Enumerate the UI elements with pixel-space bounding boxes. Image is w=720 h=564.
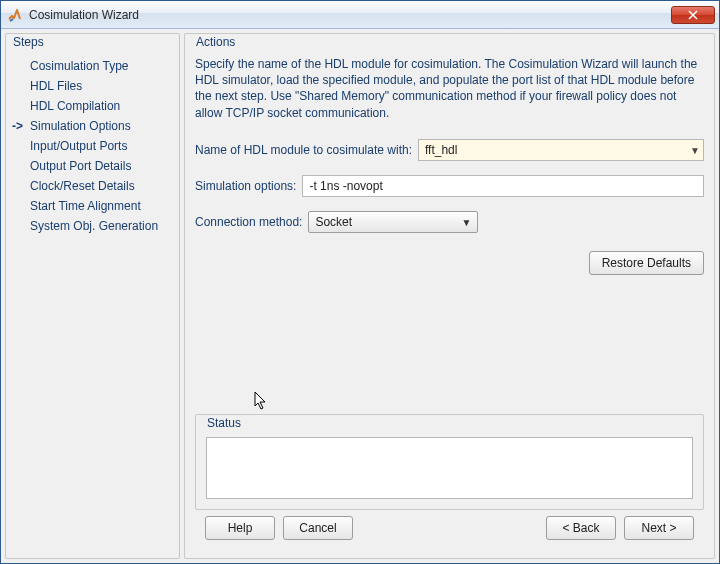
step-label: Input/Output Ports — [30, 139, 127, 153]
step-label: Simulation Options — [30, 119, 131, 133]
cancel-button[interactable]: Cancel — [283, 516, 353, 540]
next-button[interactable]: Next > — [624, 516, 694, 540]
step-item[interactable]: Cosimulation Type — [12, 56, 173, 76]
wizard-window: Cosimulation Wizard Steps Cosimulation T… — [0, 0, 720, 564]
steps-list: Cosimulation TypeHDL FilesHDL Compilatio… — [12, 56, 173, 236]
actions-panel: Actions Specify the name of the HDL modu… — [184, 33, 715, 559]
steps-title: Steps — [10, 35, 47, 49]
step-item[interactable]: Start Time Alignment — [12, 196, 173, 216]
back-button[interactable]: < Back — [546, 516, 616, 540]
steps-panel: Steps Cosimulation TypeHDL FilesHDL Comp… — [5, 33, 180, 559]
step-item[interactable]: System Obj. Generation — [12, 216, 173, 236]
close-button[interactable] — [671, 6, 715, 24]
restore-row: Restore Defaults — [195, 251, 704, 275]
help-button[interactable]: Help — [205, 516, 275, 540]
close-icon — [688, 10, 698, 20]
step-arrow: -> — [12, 119, 30, 133]
step-item[interactable]: HDL Files — [12, 76, 173, 96]
step-label: HDL Compilation — [30, 99, 120, 113]
simoptions-row: Simulation options: — [195, 175, 704, 197]
module-combo[interactable]: ▼ — [418, 139, 704, 161]
step-item[interactable]: Input/Output Ports — [12, 136, 173, 156]
step-label: Output Port Details — [30, 159, 131, 173]
window-title: Cosimulation Wizard — [29, 8, 671, 22]
step-label: System Obj. Generation — [30, 219, 158, 233]
titlebar: Cosimulation Wizard — [1, 1, 719, 29]
matlab-icon — [7, 7, 23, 23]
module-row: Name of HDL module to cosimulate with: ▼ — [195, 139, 704, 161]
step-item[interactable]: Clock/Reset Details — [12, 176, 173, 196]
step-label: Clock/Reset Details — [30, 179, 135, 193]
step-item[interactable]: Output Port Details — [12, 156, 173, 176]
restore-defaults-button[interactable]: Restore Defaults — [589, 251, 704, 275]
right-column: Actions Specify the name of the HDL modu… — [184, 33, 715, 559]
instructions-text: Specify the name of the HDL module for c… — [195, 56, 704, 121]
step-label: Start Time Alignment — [30, 199, 141, 213]
status-panel: Status — [195, 414, 704, 510]
module-label: Name of HDL module to cosimulate with: — [195, 143, 412, 157]
connection-label: Connection method: — [195, 215, 302, 229]
connection-select[interactable]: Socket ▼ — [308, 211, 478, 233]
simoptions-input[interactable] — [302, 175, 704, 197]
simoptions-label: Simulation options: — [195, 179, 296, 193]
module-input[interactable] — [418, 139, 704, 161]
step-item[interactable]: ->Simulation Options — [12, 116, 173, 136]
step-item[interactable]: HDL Compilation — [12, 96, 173, 116]
connection-value: Socket — [315, 215, 352, 229]
status-title: Status — [204, 416, 244, 430]
status-box — [206, 437, 693, 499]
actions-title: Actions — [193, 35, 704, 49]
content-area: Steps Cosimulation TypeHDL FilesHDL Comp… — [1, 29, 719, 563]
button-row: Help Cancel < Back Next > — [195, 510, 704, 550]
connection-row: Connection method: Socket ▼ — [195, 211, 704, 233]
step-label: HDL Files — [30, 79, 82, 93]
step-label: Cosimulation Type — [30, 59, 129, 73]
chevron-down-icon: ▼ — [462, 216, 472, 227]
